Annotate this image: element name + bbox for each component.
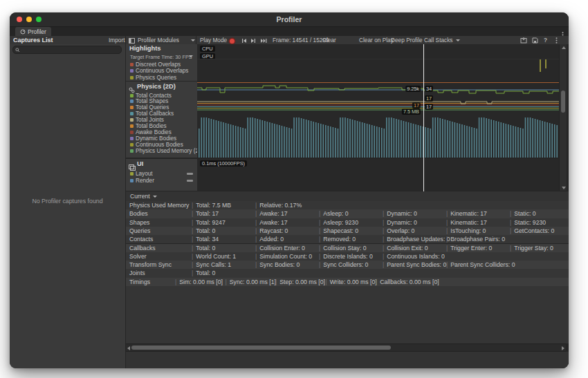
legend-label: Continuous Bodies [136,142,183,148]
legend-label: Total Joints [136,117,164,123]
legend-item[interactable]: Total Callbacks [126,111,197,117]
stats-mode-label: Current [130,193,150,200]
stats-row-label: Bodies [129,209,148,218]
legend-swatch-icon [130,76,134,79]
legend-item[interactable]: Discreet Overlaps [126,62,197,68]
legend-item[interactable]: Dynamic Bodies [126,135,197,142]
legend-item[interactable]: Physics Used Memory (2D) [126,148,197,154]
tab-profiler[interactable]: Profiler [15,27,51,36]
stats-cell: |Write: 0.00 ms [0] [326,278,377,286]
stats-cell: |Shapecast: 0 [319,227,358,235]
stats-row: Bodies|Total: 17|Awake: 17|Asleep: 0|Dyn… [126,209,569,218]
chart-value-badge: 17 [425,95,433,102]
legend-item[interactable]: Physics Queries [126,75,197,81]
legend-item[interactable]: Render [126,178,197,184]
stats-cell: |Static: 9230 [510,218,546,227]
stats-row: Contacts|Total: 34|Added: 0|Removed: 0|B… [126,235,569,243]
legend-label: Total Contacts [136,93,172,99]
legend-item[interactable]: Total Joints [126,117,197,123]
legend-item[interactable]: Awake Bodies [126,129,197,135]
profiler-modules-arrow-icon[interactable] [188,36,195,44]
help-icon[interactable]: ? [544,36,547,44]
play-mode-dropdown[interactable]: Play Mode [200,36,234,44]
deep-profile-button[interactable]: Deep Profile [391,36,423,44]
legend-item[interactable]: Layout [126,171,197,177]
module-physics2d[interactable]: Physics (2D) Total ContactsTotal ShapesT… [126,82,197,158]
legend-item[interactable]: Continuous Bodies [126,142,197,148]
clear-button[interactable]: Clear [322,36,336,44]
frame-counter: Frame: 14541 / 15299 [273,36,329,44]
stats-row: Physics Used Memory|Total: 7.5 MB|Relati… [126,201,569,209]
stats-row-label: Timings [129,278,150,286]
profiler-window: Profiler Profiler Captures List Import P… [10,12,569,368]
scroll-down-icon[interactable] [562,187,566,189]
legend-label: Total Queries [136,104,169,111]
legend-item[interactable]: Total Contacts [126,93,197,99]
chart-value-badge: 7.5 MB [402,108,421,115]
tab-label: Profiler [28,28,46,35]
charts-vertical-scrollbar[interactable] [559,44,567,191]
clear-on-play-button[interactable]: Clear on Play [359,36,394,44]
stats-cell: |Sim: 0.00 ms [0] [175,278,223,286]
target-frame-time-dropdown[interactable]: Target Frame Time: 30 FPS [130,54,192,60]
record-icon [230,39,235,44]
legend-swatch-icon [130,112,134,115]
window-title: Profiler [10,15,569,23]
legend-dash-icon [187,180,193,182]
scroll-up-icon[interactable] [562,46,566,49]
module-ui[interactable]: UI LayoutRender [126,159,197,191]
legend-swatch-icon [130,69,134,73]
cpu-chart-label: CPU [200,46,215,52]
legend-label: Physics Queries [136,75,176,81]
ui-chart[interactable]: 0.1ms (10000FPS) [197,159,559,191]
physics2d-chart[interactable] [197,82,559,158]
stats-row: Timings|Sim: 0.00 ms [0]|Sync: 0.00 ms [… [126,278,569,286]
stats-row: Shapes|Total: 9247|Awake: 17|Asleep: 923… [126,218,569,227]
highlights-chart[interactable]: CPU GPU [197,44,559,81]
search-input[interactable] [12,46,122,54]
titlebar[interactable]: Profiler [10,12,569,27]
stats-cell: |Step: 0.00 ms [0] [275,278,325,286]
stats-mode-dropdown[interactable]: Current [126,191,569,202]
legend-item[interactable]: Total Shapes [126,98,197,104]
stats-cell: |Discrete Islands: 0 [319,252,373,261]
stats-row-label: Physics Used Memory [129,201,189,209]
scroll-left-icon[interactable] [127,346,130,350]
stats-cell: |Total: 9247 [192,218,226,227]
import-button[interactable]: Import [109,36,125,44]
stats-cell: |Total: 17 [192,209,219,218]
legend-item[interactable]: Continuous Overlaps [126,68,197,74]
stats-cell: |World Count: 1 [192,252,236,261]
legend-swatch-icon [130,137,134,140]
toolbar-separator [196,36,196,44]
call-stacks-dropdown[interactable]: Call Stacks [424,36,460,44]
details-empty-area [126,286,569,343]
legend-label: Awake Bodies [136,129,172,135]
chart-divider [197,59,559,59]
legend-item[interactable]: Total Queries [126,104,197,111]
stats-cell: |Collision Enter: 0 [255,244,305,252]
selected-frame-indicator[interactable] [423,44,424,191]
details-horizontal-scrollbar[interactable] [126,343,566,352]
scrollbar-thumb[interactable] [131,346,391,350]
stats-row: Solver|World Count: 1|Simulation Count: … [126,252,569,261]
chart-value-badge: 17 [412,102,421,108]
legend-dash-icon [187,173,193,175]
module-highlights[interactable]: Highlights Target Frame Time: 30 FPS Dis… [126,44,197,81]
scroll-right-icon[interactable] [562,346,564,350]
stats-cell: |Asleep: 9230 [319,218,358,227]
legend-swatch-icon [130,94,134,97]
stats-cell: |Trigger Enter: 0 [446,244,492,252]
profiler-modules-dropdown[interactable]: Profiler Modules [138,36,179,44]
legend-item[interactable]: Total Bodies [126,123,197,129]
physics-stats-table: Physics Used Memory|Total: 7.5 MB|Relati… [126,201,569,286]
stats-cell: |Kinematic: 17 [446,218,487,227]
captures-list-header: Captures List [13,36,53,44]
toolbar-separator [125,36,126,44]
scrollbar-thumb[interactable] [561,91,565,113]
legend-swatch-icon [130,179,134,182]
stats-cell: |Asleep: 0 [319,209,349,218]
stats-row-label: Callbacks [129,244,156,252]
module-title: UI [137,160,143,167]
ui-chart-time-label: 0.1ms (10000FPS) [200,160,247,167]
